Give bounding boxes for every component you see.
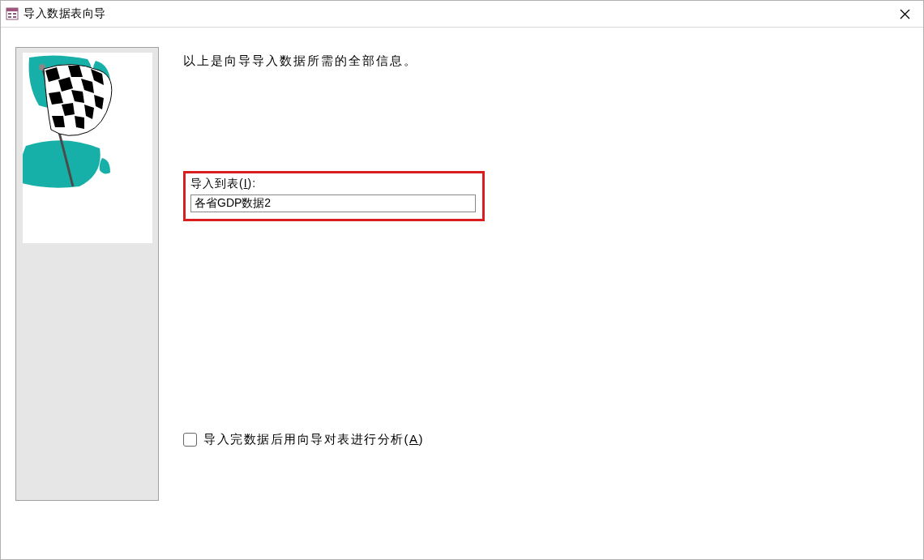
svg-rect-2 [8, 13, 11, 15]
svg-rect-5 [13, 16, 16, 18]
side-panel [15, 47, 159, 501]
close-button[interactable] [886, 1, 923, 28]
import-table-label: 导入到表(I): [190, 177, 477, 191]
titlebar: 导入数据表向导 [1, 1, 923, 28]
close-icon [900, 9, 910, 19]
analyze-checkbox-label: 导入完数据后用向导对表进行分析(A) [203, 432, 424, 447]
content-area: 以上是向导导入数据所需的全部信息。 导入到表(I): 导入完数据后用向导对表进行… [1, 28, 923, 559]
highlight-box: 导入到表(I): [183, 171, 485, 221]
wizard-finish-flag-image [23, 53, 152, 243]
svg-rect-1 [6, 8, 18, 11]
main-area: 以上是向导导入数据所需的全部信息。 导入到表(I): 导入完数据后用向导对表进行… [159, 47, 909, 559]
analyze-checkbox-section: 导入完数据后用向导对表进行分析(A) [183, 432, 424, 447]
import-table-input[interactable] [190, 195, 476, 212]
svg-rect-4 [8, 16, 11, 18]
import-table-section: 导入到表(I): [183, 171, 909, 221]
window-title: 导入数据表向导 [24, 6, 106, 21]
analyze-checkbox[interactable] [183, 433, 197, 447]
wizard-description: 以上是向导导入数据所需的全部信息。 [183, 53, 909, 69]
svg-rect-3 [13, 13, 16, 15]
wizard-window: 导入数据表向导 [0, 0, 924, 560]
app-icon [6, 7, 19, 20]
